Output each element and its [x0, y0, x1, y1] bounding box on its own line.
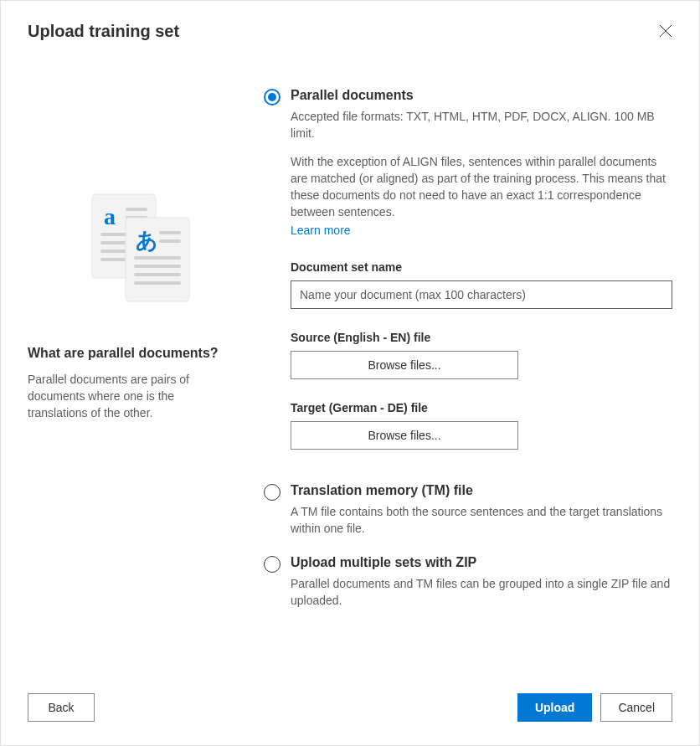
document-name-input[interactable]: [291, 280, 672, 309]
upload-button[interactable]: Upload: [517, 693, 592, 722]
option-tm-description: A TM file contains both the source sente…: [291, 503, 672, 537]
option-parallel-title: Parallel documents: [291, 88, 672, 103]
dialog-title: Upload training set: [28, 22, 179, 41]
option-tm-title: Translation memory (TM) file: [291, 483, 672, 498]
option-parallel-documents: Parallel documents Accepted file formats…: [264, 88, 672, 465]
svg-rect-14: [134, 256, 181, 260]
dialog-content: a あ What are parallel documents? Paralle…: [1, 44, 699, 627]
radio-tm-file[interactable]: [264, 484, 281, 501]
svg-text:a: a: [104, 203, 116, 229]
dialog-footer: Back Upload Cancel: [1, 678, 699, 745]
info-panel: a あ What are parallel documents? Paralle…: [28, 88, 237, 627]
dialog-header: Upload training set: [1, 1, 699, 44]
svg-rect-17: [134, 281, 181, 285]
info-title: What are parallel documents?: [28, 346, 219, 361]
source-file-field: Source (English - EN) file Browse files.…: [291, 331, 672, 379]
option-zip: Upload multiple sets with ZIP Parallel d…: [264, 555, 672, 609]
svg-rect-4: [126, 208, 147, 211]
document-name-label: Document set name: [291, 260, 672, 274]
option-parallel-formats: Accepted file formats: TXT, HTML, HTM, P…: [291, 108, 672, 141]
svg-rect-13: [159, 239, 181, 243]
option-parallel-content: Parallel documents Accepted file formats…: [291, 88, 672, 465]
documents-illustration: a あ: [65, 184, 199, 321]
option-parallel-explanation: With the exception of ALIGN files, sente…: [291, 153, 672, 239]
source-browse-button[interactable]: Browse files...: [291, 351, 518, 379]
svg-rect-16: [134, 273, 181, 276]
target-file-label: Target (German - DE) file: [291, 401, 672, 414]
option-zip-description: Parallel documents and TM files can be g…: [291, 575, 672, 609]
close-icon: [659, 24, 672, 38]
radio-zip[interactable]: [264, 556, 281, 573]
cancel-button[interactable]: Cancel: [600, 693, 672, 722]
info-description: Parallel documents are pairs of document…: [28, 371, 237, 421]
option-tm-file: Translation memory (TM) file A TM file c…: [264, 483, 672, 537]
option-parallel-explanation-text: With the exception of ALIGN files, sente…: [291, 155, 666, 219]
target-browse-button[interactable]: Browse files...: [291, 421, 518, 450]
options-panel: Parallel documents Accepted file formats…: [264, 88, 672, 627]
radio-parallel-documents[interactable]: [264, 89, 281, 105]
option-tm-content: Translation memory (TM) file A TM file c…: [291, 483, 672, 537]
close-button[interactable]: [652, 18, 679, 44]
source-file-label: Source (English - EN) file: [291, 331, 672, 344]
option-zip-content: Upload multiple sets with ZIP Parallel d…: [291, 555, 672, 609]
svg-rect-12: [159, 231, 181, 234]
option-zip-title: Upload multiple sets with ZIP: [291, 555, 672, 570]
target-file-field: Target (German - DE) file Browse files..…: [291, 401, 672, 450]
back-button[interactable]: Back: [28, 693, 95, 722]
document-name-field: Document set name: [291, 260, 672, 309]
svg-text:あ: あ: [136, 229, 158, 253]
footer-right-buttons: Upload Cancel: [517, 693, 672, 722]
svg-rect-15: [134, 265, 181, 268]
learn-more-link[interactable]: Learn more: [291, 222, 672, 239]
